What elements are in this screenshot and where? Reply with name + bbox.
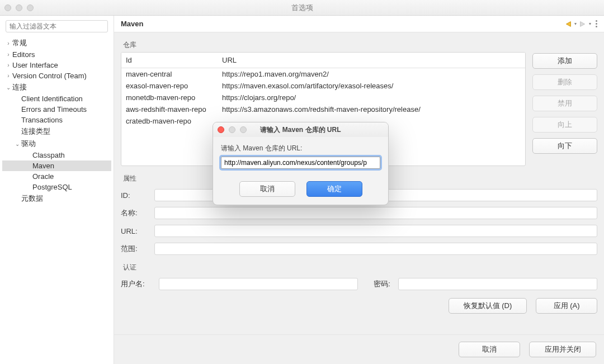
name-field[interactable] (154, 207, 597, 219)
cell-url: https://maven.exasol.com/artifactory/exa… (218, 80, 525, 92)
disable-button[interactable]: 禁用 (532, 96, 597, 111)
dialog-cancel-button[interactable]: 取消 (239, 181, 295, 197)
window-title: 首选项 (0, 3, 604, 13)
tree-item-label: Oracle (32, 172, 54, 181)
enter-url-dialog: 请输入 Maven 仓库的 URL 请输入 Maven 仓库的 URL: 取消 … (213, 122, 389, 205)
tree-item-maven[interactable]: Maven (2, 160, 111, 171)
menu-dots-icon[interactable] (596, 20, 597, 27)
tree-item-label: PostgreSQL (32, 183, 72, 191)
chevron-down-icon[interactable]: ⌄ (13, 141, 21, 147)
window-titlebar: 首选项 (0, 0, 604, 16)
chevron-down-icon[interactable]: ▾ (589, 21, 591, 26)
username-field[interactable] (159, 278, 358, 290)
tree-item-label: User Interface (12, 61, 58, 69)
url-field[interactable] (154, 225, 597, 237)
url-label: URL: (121, 227, 154, 235)
move-up-button[interactable]: 向上 (532, 117, 597, 133)
tree-item-label: Transactions (21, 116, 63, 124)
restore-defaults-button[interactable]: 恢复默认值 (D) (449, 298, 527, 314)
tree-item--[interactable]: ›常规 (2, 37, 111, 49)
chevron-right-icon[interactable]: › (4, 51, 12, 58)
tree-item--[interactable]: ⌄驱动 (2, 138, 111, 150)
chevron-right-icon[interactable]: › (4, 62, 12, 68)
global-footer: 取消 应用并关闭 (114, 334, 604, 364)
tree-item-oracle[interactable]: Oracle (2, 171, 111, 182)
tree-item-label: 常规 (12, 38, 27, 48)
cell-url: https://clojars.org/repo/ (218, 92, 525, 103)
tree-item-label: 连接类型 (21, 126, 50, 136)
add-button[interactable]: 添加 (532, 53, 597, 69)
table-row[interactable]: maven-centralhttps://repo1.maven.org/mav… (121, 68, 525, 81)
tree-item-postgresql[interactable]: PostgreSQL (2, 182, 111, 192)
tree-item-errors-and-timeouts[interactable]: Errors and Timeouts (2, 104, 111, 115)
tree-item-label: Editors (12, 50, 35, 59)
cell-id: monetdb-maven-repo (121, 92, 218, 103)
tree-item-label: Errors and Timeouts (21, 105, 87, 114)
tree-item-label: Client Identification (21, 94, 83, 103)
chevron-right-icon[interactable]: › (4, 73, 12, 79)
chevron-right-icon[interactable]: › (4, 40, 12, 46)
tree-item--[interactable]: 连接类型 (2, 125, 111, 138)
table-row[interactable]: exasol-maven-repohttps://maven.exasol.co… (121, 80, 525, 92)
dialog-ok-button[interactable]: 确定 (306, 181, 362, 197)
id-label: ID: (121, 191, 154, 200)
dialog-prompt: 请输入 Maven 仓库的 URL: (221, 144, 380, 153)
filter-input[interactable] (6, 21, 107, 32)
nav-icons: ▾ ▾ (564, 20, 597, 28)
table-row[interactable]: aws-redshift-maven-repohttps://s3.amazon… (121, 103, 525, 115)
cell-id: exasol-maven-repo (121, 80, 218, 92)
tree-item-transactions[interactable]: Transactions (2, 115, 111, 125)
col-id-header[interactable]: Id (121, 53, 218, 68)
auth-section-label: 认证 (123, 263, 597, 272)
preferences-tree: ›常规›Editors›User Interface›Version Contr… (0, 37, 114, 205)
apply-and-close-button[interactable]: 应用并关闭 (529, 342, 596, 357)
tree-item-editors[interactable]: ›Editors (2, 49, 111, 60)
tree-item-label: Maven (32, 162, 54, 170)
tree-item--[interactable]: ⌄连接 (2, 81, 111, 93)
cancel-button[interactable]: 取消 (459, 342, 520, 357)
back-arrow-icon[interactable] (564, 20, 572, 28)
tree-item-label: Classpath (32, 151, 65, 159)
forward-arrow-icon[interactable] (579, 20, 587, 28)
tree-item-client-identification[interactable]: Client Identification (2, 93, 111, 104)
scope-label: 范围: (121, 244, 154, 254)
chevron-down-icon[interactable]: ⌄ (4, 84, 12, 91)
page-title: Maven (121, 20, 143, 28)
username-label: 用户名: (121, 279, 154, 289)
repos-section-label: 仓库 (123, 40, 597, 50)
remove-button[interactable]: 删除 (532, 74, 597, 90)
move-down-button[interactable]: 向下 (532, 138, 597, 154)
tree-item-version-control-team-[interactable]: ›Version Control (Team) (2, 70, 111, 81)
cell-id: maven-central (121, 68, 218, 81)
preferences-sidebar: ›常规›Editors›User Interface›Version Contr… (0, 16, 114, 364)
cell-id: aws-redshift-maven-repo (121, 103, 218, 115)
dialog-title: 请输入 Maven 仓库的 URL (213, 125, 388, 135)
scope-field[interactable] (154, 243, 597, 255)
tree-item-label: 驱动 (21, 139, 36, 149)
url-input[interactable] (221, 157, 380, 169)
apply-button[interactable]: 应用 (A) (536, 298, 597, 314)
password-label: 密码: (362, 279, 394, 289)
tree-item-label: Version Control (Team) (12, 72, 87, 80)
password-field[interactable] (398, 278, 597, 290)
tree-item-classpath[interactable]: Classpath (2, 150, 111, 160)
col-url-header[interactable]: URL (218, 53, 525, 68)
name-label: 名称: (121, 208, 154, 218)
dialog-titlebar: 请输入 Maven 仓库的 URL (213, 122, 388, 137)
tree-item-user-interface[interactable]: ›User Interface (2, 60, 111, 70)
table-row[interactable]: monetdb-maven-repohttps://clojars.org/re… (121, 92, 525, 103)
chevron-down-icon[interactable]: ▾ (574, 21, 577, 26)
tree-item-label: 元数据 (21, 193, 43, 204)
tree-item-label: 连接 (12, 82, 27, 92)
cell-url: https://repo1.maven.org/maven2/ (218, 68, 525, 81)
filter-box (6, 20, 108, 32)
cell-id: cratedb-maven-repo (121, 115, 218, 127)
cell-url: https://s3.amazonaws.com/redshift-maven-… (218, 103, 525, 115)
content-header: Maven ▾ ▾ (114, 16, 604, 32)
tree-item--[interactable]: 元数据 (2, 192, 111, 205)
